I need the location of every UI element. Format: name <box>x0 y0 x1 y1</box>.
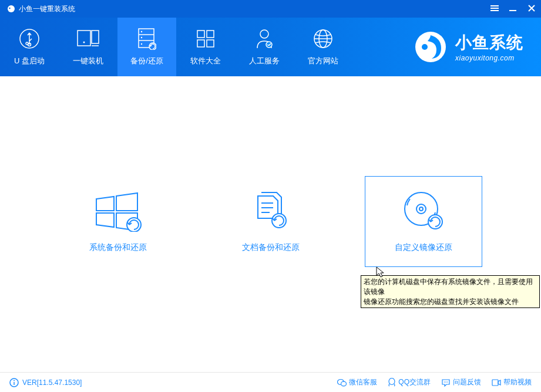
tooltip-line2: 镜像还原功能搜索您的磁盘查找并安装该镜像文件 <box>364 298 519 306</box>
card-doc-backup[interactable]: 文档备份和还原 <box>212 176 330 267</box>
document-restore-icon <box>250 191 292 232</box>
footer-help[interactable]: 帮助视频 <box>492 377 532 387</box>
svg-rect-8 <box>78 31 90 46</box>
svg-rect-9 <box>92 31 99 43</box>
card-system-backup[interactable]: 系统备份和还原 <box>59 176 177 267</box>
svg-rect-19 <box>197 31 204 38</box>
nav-label: 官方网站 <box>308 56 338 66</box>
footer-feedback[interactable]: 问题反馈 <box>441 377 481 387</box>
svg-rect-2 <box>490 5 499 6</box>
title-bar: 小鱼一键重装系统 <box>0 0 541 18</box>
menu-button[interactable] <box>490 5 499 13</box>
link-label: QQ交流群 <box>398 377 431 387</box>
svg-rect-5 <box>509 10 516 11</box>
nav-backup-restore[interactable]: 备份/还原 <box>117 18 176 76</box>
server-icon <box>137 28 156 50</box>
wechat-icon <box>337 379 347 387</box>
nav-one-click-install[interactable]: 一键装机 <box>59 18 117 76</box>
nav-label: 一键装机 <box>73 56 103 66</box>
minimize-button[interactable] <box>509 4 518 13</box>
tooltip: 若您的计算机磁盘中保存有系统镜像文件，且需要使用该镜像 镜像还原功能搜索您的磁盘… <box>361 275 540 308</box>
app-title: 小鱼一键重装系统 <box>19 4 75 14</box>
svg-point-17 <box>141 43 142 45</box>
tooltip-line1: 若您的计算机磁盘中保存有系统镜像文件，且需要使用该镜像 <box>364 278 533 296</box>
footer-links: 微信客服 QQ交流群 问题反馈 帮助视频 <box>337 377 532 387</box>
svg-point-47 <box>445 381 446 383</box>
card-custom-image[interactable]: 自定义镜像还原 <box>365 176 482 267</box>
svg-rect-22 <box>207 40 214 47</box>
video-icon <box>492 379 501 386</box>
nav-support[interactable]: 人工服务 <box>235 18 294 76</box>
nav-label: 软件大全 <box>190 56 221 66</box>
close-button[interactable] <box>528 5 535 13</box>
svg-point-44 <box>341 381 347 386</box>
usb-icon <box>19 28 40 50</box>
svg-point-24 <box>266 42 272 48</box>
app-icon <box>7 5 15 13</box>
svg-point-41 <box>14 380 15 381</box>
footer-wechat[interactable]: 微信客服 <box>337 377 377 387</box>
brand-title: 小鱼系统 <box>455 32 523 54</box>
nav-label: U 盘启动 <box>14 56 45 66</box>
svg-rect-3 <box>490 8 499 9</box>
brand: 小鱼系统 xiaoyuxitong.com <box>352 18 541 76</box>
card-label: 自定义镜像还原 <box>395 242 452 253</box>
svg-point-37 <box>416 204 426 214</box>
svg-point-23 <box>260 30 268 38</box>
svg-point-46 <box>444 381 445 383</box>
svg-point-1 <box>9 8 10 9</box>
brand-logo-icon <box>413 29 448 65</box>
nav-bar: U 盘启动 一键装机 备份 <box>0 18 541 76</box>
link-label: 帮助视频 <box>503 377 532 387</box>
svg-point-45 <box>389 378 395 384</box>
footer-qq[interactable]: QQ交流群 <box>388 377 431 387</box>
svg-point-48 <box>447 381 448 383</box>
svg-point-11 <box>83 42 85 43</box>
nav-label: 备份/还原 <box>130 56 163 66</box>
qq-icon <box>388 378 396 387</box>
windows-restore-icon <box>92 191 145 232</box>
content-area: 系统备份和还原 文档备份和还原 <box>0 76 541 372</box>
card-label: 文档备份和还原 <box>242 242 300 253</box>
footer: VER[11.5.47.1530] 微信客服 QQ交流群 问题反馈 <box>0 372 541 392</box>
title-bar-left: 小鱼一键重装系统 <box>7 4 75 14</box>
svg-point-38 <box>419 207 423 211</box>
grid-icon <box>196 28 215 50</box>
disc-restore-icon <box>401 191 446 232</box>
brand-text: 小鱼系统 xiaoyuxitong.com <box>455 32 523 62</box>
link-label: 微信客服 <box>349 377 377 387</box>
link-label: 问题反馈 <box>453 377 481 387</box>
version-text: VER[11.5.47.1530] <box>22 379 82 387</box>
chat-icon <box>441 379 451 387</box>
window-controls <box>490 4 535 13</box>
nav-website[interactable]: 官方网站 <box>294 18 352 76</box>
computer-icon <box>76 28 100 50</box>
nav-label: 人工服务 <box>249 56 280 66</box>
svg-point-0 <box>8 5 15 12</box>
svg-rect-4 <box>490 10 499 11</box>
svg-point-30 <box>437 36 441 39</box>
nav-usb-boot[interactable]: U 盘启动 <box>0 18 59 76</box>
person-icon <box>255 28 274 50</box>
svg-point-15 <box>141 31 142 32</box>
globe-icon <box>313 28 333 50</box>
svg-rect-21 <box>197 40 204 47</box>
nav-software[interactable]: 软件大全 <box>176 18 235 76</box>
svg-point-16 <box>141 37 142 38</box>
svg-rect-49 <box>492 380 498 386</box>
footer-version: VER[11.5.47.1530] <box>9 378 82 387</box>
info-icon <box>9 378 19 387</box>
svg-point-29 <box>422 44 428 50</box>
brand-url: xiaoyuxitong.com <box>455 54 523 62</box>
card-label: 系统备份和还原 <box>89 242 147 253</box>
svg-rect-20 <box>207 31 214 38</box>
